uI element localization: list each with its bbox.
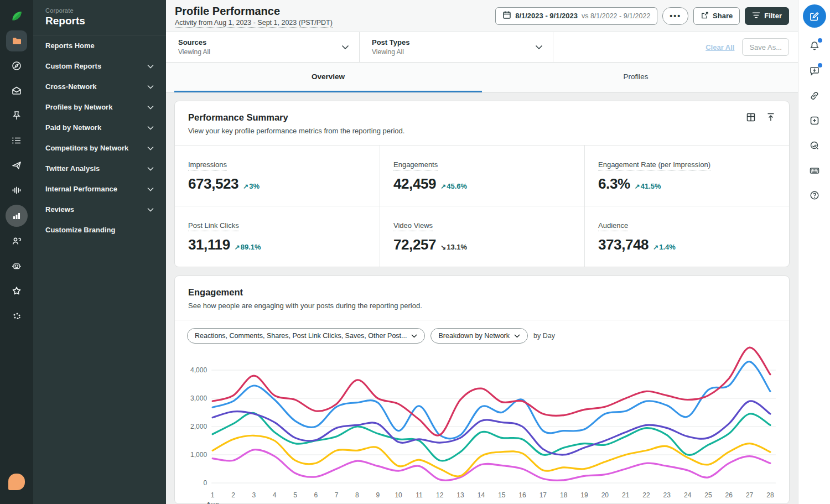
by-day-label: by Day	[533, 332, 555, 340]
table-view-icon[interactable]	[746, 112, 756, 122]
people-icon[interactable]	[6, 231, 27, 252]
main-content: Profile Performance Activity from Aug 1,…	[166, 0, 798, 504]
twitter-search-icon[interactable]	[803, 134, 826, 157]
sources-filter[interactable]: Sources Viewing All	[166, 32, 360, 62]
sidebar-item-twitter-analysis[interactable]: Twitter Analysis	[33, 158, 166, 179]
left-icon-rail	[0, 0, 33, 504]
post-types-filter[interactable]: Post Types Viewing All	[360, 32, 553, 62]
sidebar-item-customize-branding[interactable]: Customize Branding	[33, 220, 166, 240]
link-icon[interactable]	[803, 84, 826, 107]
chevron-down-icon	[147, 64, 154, 69]
keyboard-icon[interactable]	[803, 159, 826, 182]
svg-text:26: 26	[725, 491, 733, 499]
notification-dot	[818, 63, 822, 67]
engagement-card: Engagement See how people are engaging w…	[174, 276, 790, 504]
metric-select-dropdown[interactable]: Reactions, Comments, Shares, Post Link C…	[187, 328, 425, 344]
metric-delta: ↗41.5%	[635, 182, 661, 190]
metric-value: 72,257	[393, 236, 436, 253]
paper-plane-icon[interactable]	[6, 155, 27, 176]
message-lightning-icon[interactable]	[803, 59, 826, 82]
chevron-down-icon	[147, 146, 154, 150]
chevron-down-icon	[341, 42, 349, 52]
share-icon	[701, 11, 709, 21]
engagement-line-chart[interactable]: 01,0002,0003,0004,0001234567891011121314…	[186, 346, 778, 504]
add-window-icon[interactable]	[803, 109, 826, 132]
metric-post-link-clicks: Post Link Clicks 31,119↗89.1%	[175, 206, 380, 267]
sidebar-item-custom-reports[interactable]: Custom Reports	[33, 56, 166, 76]
svg-text:7: 7	[335, 491, 339, 499]
svg-text:12: 12	[436, 491, 444, 499]
sidebar-item-competitors-by-network[interactable]: Competitors by Network	[33, 138, 166, 158]
pin-icon[interactable]	[6, 105, 27, 126]
inbox-icon[interactable]	[6, 80, 27, 101]
performance-summary-title: Performance Summary	[188, 112, 404, 123]
robot-icon[interactable]	[6, 256, 27, 277]
svg-text:20: 20	[601, 491, 609, 499]
help-icon[interactable]	[803, 184, 826, 207]
sidebar-item-paid-by-network[interactable]: Paid by Network	[33, 117, 166, 138]
chevron-down-icon	[147, 105, 154, 110]
sidebar-eyebrow: Corporate	[45, 7, 154, 14]
calendar-icon	[502, 11, 511, 21]
sidebar-item-reviews[interactable]: Reviews	[33, 199, 166, 220]
folder-icon[interactable]	[6, 30, 27, 51]
svg-text:19: 19	[580, 491, 588, 499]
bar-chart-icon[interactable]	[6, 205, 28, 227]
metric-value: 373,748	[598, 236, 649, 253]
metric-video-views: Video Views 72,257↘13.1%	[380, 206, 584, 267]
chevron-down-icon	[514, 332, 520, 340]
svg-text:17: 17	[540, 491, 547, 499]
metric-value: 31,119	[188, 236, 230, 253]
app-root: Corporate Reports Reports Home Custom Re…	[0, 0, 830, 504]
svg-text:24: 24	[684, 491, 692, 499]
notifications-bell-icon[interactable]	[803, 34, 826, 58]
sidebar-item-cross-network[interactable]: Cross-Network	[33, 76, 166, 97]
svg-text:27: 27	[746, 491, 754, 499]
compose-button[interactable]	[803, 4, 826, 28]
sidebar-item-profiles-by-network[interactable]: Profiles by Network	[33, 97, 166, 117]
metric-impressions: Impressions 673,523↗3%	[175, 146, 380, 206]
svg-text:5: 5	[293, 491, 297, 499]
list-icon[interactable]	[6, 130, 27, 151]
engagement-subtitle: See how people are engaging with your po…	[188, 302, 422, 310]
tab-profiles[interactable]: Profiles	[482, 63, 790, 92]
svg-text:2: 2	[231, 491, 235, 499]
filter-button[interactable]: Filter	[745, 7, 789, 25]
svg-text:10: 10	[395, 491, 402, 499]
waveform-icon[interactable]	[6, 180, 27, 201]
export-icon[interactable]	[766, 112, 776, 122]
sidebar-header: Corporate Reports	[33, 0, 166, 35]
breakdown-select-dropdown[interactable]: Breakdown by Network	[430, 328, 528, 344]
right-icon-rail	[798, 0, 830, 504]
metric-engagement-rate: Engagement Rate (per Impression) 6.3%↗41…	[584, 146, 789, 206]
sidebar-item-reports-home[interactable]: Reports Home	[33, 35, 166, 56]
share-button[interactable]: Share	[693, 7, 740, 25]
apps-icon[interactable]	[6, 305, 27, 326]
metric-delta: ↘13.1%	[440, 243, 467, 251]
filters-row: Sources Viewing All Post Types Viewing A…	[166, 32, 798, 63]
svg-text:0: 0	[203, 479, 207, 487]
chevron-down-icon	[147, 126, 154, 130]
more-options-button[interactable]: •••	[662, 7, 688, 25]
metric-value: 42,459	[393, 175, 436, 193]
chevron-down-icon	[147, 187, 154, 191]
svg-text:21: 21	[622, 491, 630, 499]
metric-delta: ↗1.4%	[653, 243, 676, 251]
filter-icon	[752, 12, 760, 20]
svg-text:16: 16	[518, 491, 526, 499]
star-icon[interactable]	[6, 280, 27, 302]
save-as-button[interactable]: Save As...	[742, 38, 789, 56]
date-range-button[interactable]: 8/1/2023 - 9/1/2023 vs 8/1/2022 - 9/1/20…	[495, 7, 657, 25]
clear-all-link[interactable]: Clear All	[706, 43, 734, 51]
sprout-logo-icon[interactable]	[6, 6, 27, 27]
sidebar-item-internal-performance[interactable]: Internal Performance	[33, 179, 166, 199]
svg-text:1,000: 1,000	[190, 451, 207, 459]
avatar-leaf[interactable]	[6, 471, 27, 492]
chevron-down-icon	[535, 42, 543, 52]
tab-overview[interactable]: Overview	[174, 63, 482, 92]
chevron-down-icon	[147, 207, 154, 212]
report-content: Performance Summary View your key profil…	[166, 93, 798, 504]
page-subtitle: Activity from Aug 1, 2023 - Sept 1, 2023…	[175, 19, 333, 27]
page-title: Profile Performance	[175, 5, 333, 18]
compass-icon[interactable]	[6, 55, 27, 76]
